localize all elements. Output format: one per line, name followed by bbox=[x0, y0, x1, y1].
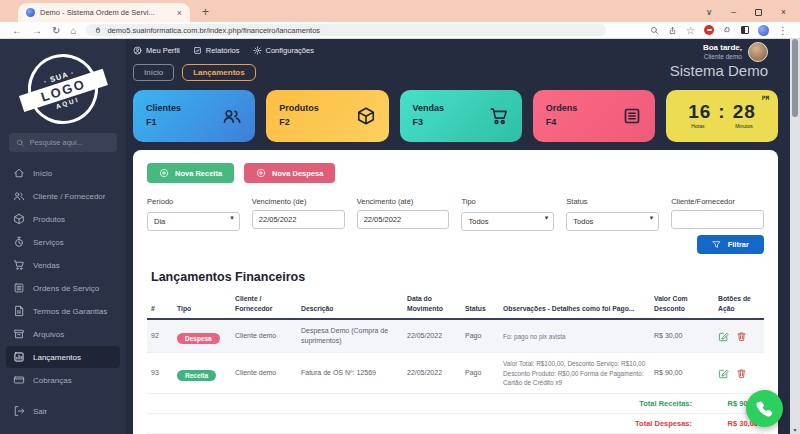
sidebar-item-label: Arquivos bbox=[33, 330, 64, 339]
edit-icon bbox=[718, 368, 729, 379]
minimize-icon[interactable]: – bbox=[731, 7, 736, 17]
logo: · SUA · LOGO AQUI bbox=[6, 47, 120, 131]
tipo-select[interactable]: Todos bbox=[461, 212, 554, 231]
shortcut-card-produtos[interactable]: ProdutosF2 bbox=[266, 90, 388, 142]
sidebar-item-label: Cliente / Fornecedor bbox=[33, 192, 105, 201]
browser-tab[interactable]: Demo - Sistema Ordem de Servi... × bbox=[18, 3, 190, 22]
list-icon bbox=[13, 282, 25, 294]
sidebar-item-sair[interactable]: Sair bbox=[6, 400, 120, 422]
plus-circle-icon bbox=[256, 168, 266, 178]
cliente-fornecedor-label: Cliente/Fornecedor bbox=[671, 197, 764, 206]
clock-widget: PM 16:28 Horas Minutos bbox=[666, 90, 778, 142]
box-icon bbox=[13, 213, 25, 225]
sidebar-item-label: Ordens de Serviço bbox=[33, 284, 99, 293]
window-menu-chevron-icon[interactable]: ∨ bbox=[706, 7, 712, 17]
row-status: Pago bbox=[465, 331, 497, 341]
sidebar-item-cobrancas[interactable]: Cobranças bbox=[6, 369, 120, 391]
row-observacoes: Valor Total: R$100,00, Desconto Serviço:… bbox=[503, 359, 648, 387]
vencimento-ate-label: Vencimento (até) bbox=[357, 197, 450, 206]
reload-icon[interactable]: ↻ bbox=[52, 25, 60, 36]
delete-button[interactable] bbox=[736, 331, 747, 342]
clock-hours: 16 bbox=[688, 101, 711, 123]
col-header: Botões de Ação bbox=[718, 294, 760, 313]
tab-lancamentos[interactable]: Lançamentos bbox=[182, 64, 256, 81]
vencimento-ate-input[interactable] bbox=[357, 210, 450, 229]
shortcut-card-clientes[interactable]: ClientesF1 bbox=[133, 90, 255, 142]
edit-button[interactable] bbox=[718, 368, 729, 379]
col-header: Observações - Detalhes como foi Pago... bbox=[503, 294, 648, 313]
home-icon bbox=[13, 167, 25, 179]
shortcut-card-vendas[interactable]: VendasF3 bbox=[400, 90, 522, 142]
sidebar-item-termos-de-garantias[interactable]: Termos de Garantias bbox=[6, 300, 120, 322]
cart-icon bbox=[13, 259, 25, 271]
home-icon[interactable]: ⌂ bbox=[70, 25, 76, 36]
status-select[interactable]: Todos bbox=[566, 212, 659, 231]
sidebar-item-label: Início bbox=[33, 169, 52, 178]
logout-icon bbox=[13, 405, 25, 417]
sidebar-item-produtos[interactable]: Produtos bbox=[6, 208, 120, 230]
avatar[interactable] bbox=[748, 42, 768, 62]
darkmode-extension-icon[interactable] bbox=[741, 26, 749, 34]
tab-close-icon[interactable]: × bbox=[177, 8, 182, 18]
share-icon[interactable] bbox=[668, 26, 677, 35]
sidebar-item-vendas[interactable]: Vendas bbox=[6, 254, 120, 276]
tab-favicon bbox=[26, 8, 35, 17]
tipo-badge: Despesa bbox=[177, 333, 220, 344]
sidebar-item-ordens-de-servico[interactable]: Ordens de Serviço bbox=[6, 277, 120, 299]
forward-icon[interactable]: → bbox=[32, 25, 42, 36]
edit-button[interactable] bbox=[718, 331, 729, 342]
total-label: Total Despesas: bbox=[635, 419, 692, 428]
shortcut-card-ordens[interactable]: OrdensF4 bbox=[533, 90, 655, 142]
url-text: demo5.suainformatica.com.br/index.php/fi… bbox=[107, 26, 320, 35]
periodo-select[interactable]: Dia bbox=[147, 212, 240, 231]
col-header: Valor Com Desconto bbox=[654, 294, 712, 313]
tipo-badge: Receita bbox=[177, 370, 216, 381]
nova-despesa-button[interactable]: Nova Despesa bbox=[244, 163, 335, 183]
row-data: 22/05/2022 bbox=[407, 368, 459, 378]
browser-profile-avatar[interactable] bbox=[758, 25, 769, 36]
new-tab-button[interactable]: + bbox=[202, 5, 209, 19]
search-input[interactable] bbox=[30, 138, 110, 147]
menu-relatorios[interactable]: Relatórios bbox=[193, 46, 240, 55]
back-icon[interactable]: ← bbox=[12, 25, 22, 36]
total-receitas-row: Total Receitas: R$ 90,00 bbox=[147, 394, 764, 414]
browser-menu-icon[interactable]: ⋮ bbox=[778, 25, 788, 36]
address-bar[interactable]: demo5.suainformatica.com.br/index.php/fi… bbox=[86, 24, 606, 37]
delete-button[interactable] bbox=[736, 368, 747, 379]
people-icon bbox=[13, 190, 25, 202]
sidebar-item-label: Sair bbox=[33, 407, 47, 416]
scroll-down-icon[interactable]: ▾ bbox=[790, 426, 800, 433]
bookmark-star-icon[interactable]: ☆ bbox=[686, 25, 695, 36]
sidebar-item-cliente-fornecedor[interactable]: Cliente / Fornecedor bbox=[6, 185, 120, 207]
sidebar-item-inicio[interactable]: Início bbox=[6, 162, 120, 184]
menu-configuracoes[interactable]: Configurações bbox=[253, 46, 314, 55]
maximize-icon[interactable] bbox=[755, 9, 762, 16]
tab-inicio[interactable]: Início bbox=[133, 64, 174, 81]
whatsapp-button[interactable] bbox=[746, 390, 783, 427]
list-icon bbox=[622, 106, 642, 126]
row-id: 93 bbox=[151, 368, 171, 378]
zoom-icon[interactable] bbox=[650, 26, 659, 35]
cliente-fornecedor-input[interactable] bbox=[671, 210, 764, 229]
tab-title: Demo - Sistema Ordem de Servi... bbox=[40, 8, 172, 17]
clock-meridiem: PM bbox=[762, 94, 769, 101]
clock-minutes: 28 bbox=[733, 101, 756, 123]
col-header: # bbox=[151, 294, 171, 313]
vencimento-de-input[interactable] bbox=[252, 210, 345, 229]
trash-icon bbox=[736, 331, 747, 342]
scrollbar-thumb[interactable] bbox=[792, 39, 798, 117]
nova-receita-button[interactable]: Nova Receita bbox=[147, 163, 234, 183]
app-frame: · SUA · LOGO AQUI Início Cliente / Forne… bbox=[0, 39, 800, 434]
page-scrollbar[interactable]: ▾ bbox=[790, 39, 800, 434]
sidebar-item-servicos[interactable]: Serviços bbox=[6, 231, 120, 253]
sidebar-item-lancamentos[interactable]: Lançamentos bbox=[6, 346, 120, 368]
row-status: Pago bbox=[465, 368, 497, 378]
sidebar-search[interactable] bbox=[9, 133, 117, 152]
close-icon[interactable]: × bbox=[781, 7, 786, 17]
edit-icon bbox=[718, 331, 729, 342]
menu-meu-perfil[interactable]: Meu Perfil bbox=[133, 46, 180, 55]
extensions-puzzle-icon[interactable] bbox=[723, 26, 732, 35]
sidebar-item-arquivos[interactable]: Arquivos bbox=[6, 323, 120, 345]
adblock-extension-icon[interactable] bbox=[704, 25, 714, 35]
filtrar-button[interactable]: Filtrar bbox=[697, 235, 764, 254]
